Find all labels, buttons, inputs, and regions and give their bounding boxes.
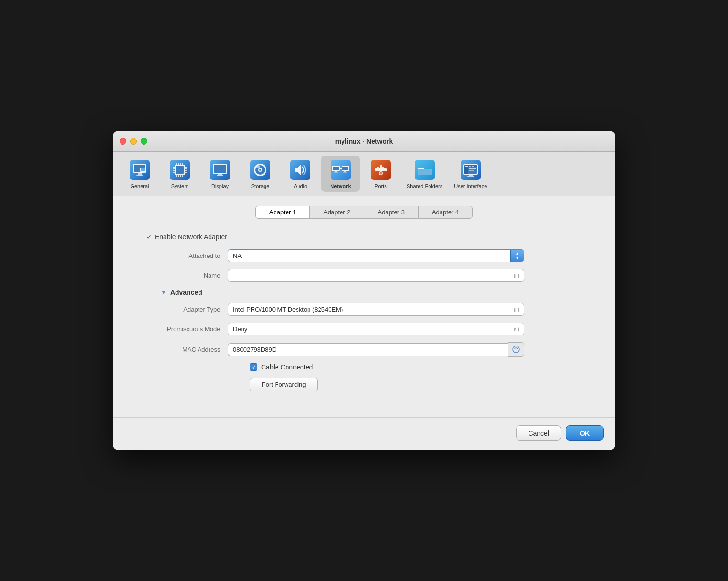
svg-marker-71 [518, 348, 518, 350]
tab-adapter1[interactable]: Adapter 1 [255, 206, 309, 219]
tab-adapter3[interactable]: Adapter 3 [364, 206, 418, 219]
toolbar-item-general[interactable]: General [121, 156, 159, 192]
svg-rect-66 [469, 168, 476, 169]
svg-rect-42 [335, 171, 337, 172]
name-input[interactable] [228, 269, 524, 282]
adapter-type-row: Adapter Type: Intel PRO/1000 MT Desktop … [142, 303, 586, 316]
display-icon [209, 158, 232, 181]
svg-rect-63 [469, 166, 471, 167]
system-label: System [171, 183, 189, 189]
svg-rect-10 [173, 167, 175, 168]
mac-address-label: MAC Address: [142, 346, 228, 353]
cancel-button[interactable]: Cancel [516, 425, 561, 441]
ok-button[interactable]: OK [566, 425, 604, 441]
tab-adapter2[interactable]: Adapter 2 [309, 206, 364, 219]
general-icon [128, 158, 151, 181]
promiscuous-mode-row: Promiscuous Mode: Deny Allow VMs Allow A… [142, 323, 586, 335]
enable-adapter-row: ✓ Enable Network Adapter [142, 233, 586, 241]
titlebar: mylinux - Network [113, 131, 615, 152]
svg-rect-50 [375, 168, 387, 171]
ports-icon [369, 158, 392, 181]
toolbar-item-user-interface[interactable]: User Interface [449, 156, 492, 192]
adapter-type-select[interactable]: Intel PRO/1000 MT Desktop (82540EM) Inte… [228, 303, 524, 316]
svg-rect-67 [469, 170, 474, 171]
svg-rect-57 [418, 169, 432, 175]
svg-rect-25 [182, 175, 183, 177]
mac-row: 08002793D89D [228, 342, 524, 357]
svg-rect-12 [173, 170, 175, 171]
svg-rect-18 [176, 163, 177, 165]
svg-rect-64 [472, 166, 474, 167]
svg-rect-53 [380, 165, 382, 168]
toolbar-item-network[interactable]: Network [321, 156, 360, 192]
svg-rect-9 [176, 166, 184, 174]
ports-label: Ports [375, 183, 387, 189]
display-label: Display [211, 183, 229, 189]
svg-rect-29 [218, 174, 222, 175]
svg-rect-4 [136, 175, 143, 176]
promiscuous-mode-label: Promiscuous Mode: [142, 325, 228, 333]
toolbar-item-system[interactable]: System [161, 156, 199, 192]
svg-rect-30 [217, 175, 223, 176]
svg-rect-23 [178, 175, 179, 177]
toolbar-item-storage[interactable]: Storage [241, 156, 279, 192]
port-forwarding-row: Port Forwarding [142, 378, 586, 391]
storage-label: Storage [251, 183, 270, 189]
svg-rect-13 [173, 172, 175, 173]
triangle-icon[interactable]: ▼ [161, 289, 166, 296]
storage-icon [249, 158, 272, 181]
mac-address-control: 08002793D89D [228, 342, 524, 357]
name-control: ⬆⬇ [228, 269, 524, 282]
user-interface-icon [459, 158, 482, 181]
close-button[interactable] [120, 138, 126, 145]
svg-rect-28 [214, 165, 226, 173]
network-label: Network [330, 183, 351, 189]
svg-rect-65 [464, 167, 468, 174]
svg-point-35 [259, 169, 261, 171]
svg-rect-14 [185, 167, 187, 168]
minimize-button[interactable] [130, 138, 137, 145]
svg-rect-20 [180, 163, 181, 165]
toolbar-item-display[interactable]: Display [201, 156, 239, 192]
attached-to-row: Attached to: NAT Bridged Adapter Interna… [142, 249, 586, 262]
shared-folders-label: Shared Folders [407, 183, 442, 189]
mac-address-input[interactable]: 08002793D89D [228, 343, 508, 356]
user-interface-label: User Interface [454, 183, 487, 189]
enable-adapter-label: Enable Network Adapter [155, 233, 227, 241]
svg-point-55 [380, 172, 382, 175]
svg-rect-24 [180, 175, 181, 177]
promiscuous-mode-select[interactable]: Deny Allow VMs Allow All [228, 323, 524, 335]
adapter-tabs: Adapter 1 Adapter 2 Adapter 3 Adapter 4 [127, 206, 601, 219]
content-area: Adapter 1 Adapter 2 Adapter 3 Adapter 4 … [113, 196, 615, 417]
advanced-title: Advanced [170, 289, 202, 296]
port-forwarding-button[interactable]: Port Forwarding [250, 378, 318, 391]
network-form: ✓ Enable Network Adapter Attached to: NA… [127, 228, 601, 408]
svg-rect-3 [138, 173, 142, 175]
svg-rect-47 [343, 172, 347, 173]
toolbar-item-ports[interactable]: Ports [362, 156, 400, 192]
toolbar-item-shared-folders[interactable]: Shared Folders [402, 156, 447, 192]
svg-rect-21 [182, 163, 183, 165]
svg-rect-52 [382, 167, 384, 168]
toolbar-item-audio[interactable]: Audio [281, 156, 320, 192]
toolbar: General [113, 152, 615, 196]
attached-to-control: NAT Bridged Adapter Internal Network Hos… [228, 249, 524, 262]
svg-rect-69 [467, 176, 474, 177]
mac-refresh-button[interactable] [508, 342, 524, 357]
cable-connected-checkbox[interactable]: ✓ [250, 363, 257, 371]
attached-to-select[interactable]: NAT Bridged Adapter Internal Network Hos… [228, 250, 510, 262]
promiscuous-mode-control: Deny Allow VMs Allow All ⬆⬇ [228, 323, 524, 335]
maximize-button[interactable] [141, 138, 147, 145]
advanced-header: ▼ Advanced [142, 289, 586, 296]
svg-rect-16 [185, 170, 187, 171]
name-row: Name: ⬆⬇ [142, 269, 586, 282]
svg-rect-15 [185, 168, 187, 169]
checkmark-icon: ✓ [146, 233, 152, 241]
window-title: mylinux - Network [335, 137, 393, 145]
adapter-type-control: Intel PRO/1000 MT Desktop (82540EM) Inte… [228, 303, 524, 316]
tab-adapter4[interactable]: Adapter 4 [418, 206, 473, 219]
adapter-type-label: Adapter Type: [142, 306, 228, 313]
attached-to-spinner[interactable]: ▲ ▼ [510, 250, 524, 262]
checkmark-symbol: ✓ [252, 364, 256, 370]
svg-rect-51 [377, 167, 379, 168]
